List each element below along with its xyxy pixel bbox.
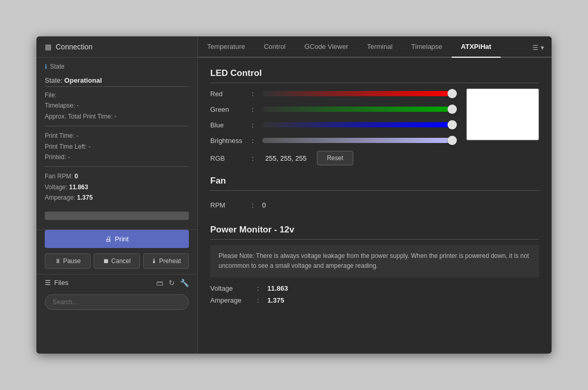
blue-slider-wrapper: [262, 120, 456, 130]
green-slider-track[interactable]: [262, 107, 456, 112]
power-amperage-label: Amperage: [210, 296, 252, 304]
blue-slider-thumb[interactable]: [448, 120, 457, 129]
power-amperage-row: Amperage : 1.375: [210, 296, 539, 304]
voltage-row: Voltage: 11.863: [45, 182, 189, 192]
tabs-bar: Temperature Control GCode Viewer Termina…: [198, 36, 552, 58]
progress-bar-container: [45, 212, 189, 220]
power-voltage-label: Voltage: [210, 284, 252, 292]
brightness-slider-thumb[interactable]: [448, 136, 457, 145]
blue-slider-track[interactable]: [262, 122, 456, 127]
power-section: Power Monitor - 12v Please Note: There i…: [210, 225, 539, 304]
approx-print-row: Approx. Total Print Time: -: [45, 111, 189, 122]
red-slider-wrapper: [262, 88, 456, 99]
rgb-value: 255, 255, 255: [265, 154, 307, 162]
led-brightness-row: Brightness :: [210, 135, 456, 146]
print-button[interactable]: 🖨 Print: [45, 230, 189, 248]
amperage-row: Amperage: 1.375: [45, 192, 189, 203]
tab-temperature[interactable]: Temperature: [198, 36, 254, 57]
led-control-title: LED Control: [210, 68, 539, 83]
files-label: ☰ Files: [45, 279, 68, 287]
state-operational: State: Operational: [45, 73, 189, 87]
print-time-left-row: Print Time Left: -: [45, 141, 189, 152]
led-blue-row: Blue :: [210, 120, 456, 130]
wrench-icon[interactable]: 🔧: [180, 279, 189, 287]
brightness-label: Brightness: [210, 137, 247, 145]
fan-rpm-row: RPM : 0: [210, 196, 539, 214]
led-red-row: Red :: [210, 88, 456, 99]
green-label: Green: [210, 106, 247, 113]
reset-button[interactable]: Reset: [317, 151, 353, 165]
color-preview: [466, 88, 539, 140]
brightness-slider-track[interactable]: [262, 138, 456, 143]
list-icon: ☰: [45, 279, 51, 287]
tab-control[interactable]: Control: [254, 36, 295, 57]
hardware-stats: Fan RPM: 0 Voltage: 11.863 Amperage: 1.3…: [45, 171, 189, 207]
content-area: LED Control Red : Gr: [198, 58, 552, 354]
led-green-row: Green :: [210, 104, 456, 114]
info-icon: ℹ: [45, 63, 47, 70]
power-monitor-title: Power Monitor - 12v: [210, 225, 539, 240]
fan-rpm-value: 0: [262, 201, 266, 209]
stop-icon: ⏹: [103, 257, 109, 265]
power-voltage-value: 11.863: [267, 284, 288, 292]
app-container: ▩ Connection ℹ State State: Operational …: [36, 36, 552, 354]
tab-gcode-viewer[interactable]: GCode Viewer: [295, 36, 357, 57]
upload-icon[interactable]: 🗃: [156, 279, 163, 287]
menu-icon: ☰: [532, 44, 539, 51]
brightness-slider-wrapper: [262, 135, 456, 146]
power-voltage-row: Voltage : 11.863: [210, 284, 539, 292]
green-slider-thumb[interactable]: [448, 105, 457, 114]
tab-timelapse[interactable]: Timelapse: [402, 36, 451, 57]
red-slider-track[interactable]: [262, 91, 456, 96]
preheat-button[interactable]: 🌡 Preheat: [143, 253, 189, 269]
led-controls: Red : Green :: [210, 88, 456, 165]
action-buttons: ⏸ Pause ⏹ Cancel 🌡 Preheat: [36, 253, 197, 274]
rgb-label: RGB: [210, 154, 247, 162]
refresh-icon[interactable]: ↻: [169, 279, 175, 287]
file-info: File: Timelapse: - Approx. Total Print T…: [45, 90, 189, 126]
tab-menu[interactable]: ☰ ▾: [525, 38, 552, 57]
pause-button[interactable]: ⏸ Pause: [45, 253, 91, 269]
blue-label: Blue: [210, 121, 247, 129]
files-actions: 🗃 ↻ 🔧: [156, 279, 189, 287]
rgb-row: RGB : 255, 255, 255 Reset: [210, 151, 456, 165]
state-section: ℹ State State: Operational File: Timelap…: [36, 58, 197, 230]
power-note: Please Note: There is always voltage lea…: [210, 245, 539, 277]
fan-rpm-label: RPM: [210, 201, 247, 209]
file-row: File:: [45, 90, 189, 100]
connection-label: Connection: [56, 43, 93, 51]
tab-terminal[interactable]: Terminal: [357, 36, 402, 57]
fan-rpm-row: Fan RPM: 0: [45, 171, 189, 181]
chevron-down-icon: ▾: [541, 44, 544, 51]
green-slider-wrapper: [262, 104, 456, 114]
tab-atxpihat[interactable]: ATXPiHat: [452, 36, 501, 58]
files-section: ☰ Files 🗃 ↻ 🔧: [36, 274, 197, 291]
led-grid: Red : Green :: [210, 88, 539, 165]
cancel-button[interactable]: ⏹ Cancel: [94, 253, 139, 269]
fan-section: Fan RPM : 0: [210, 176, 539, 214]
connection-header: ▩ Connection: [36, 36, 197, 58]
printer-icon: 🖨: [105, 235, 112, 243]
red-slider-thumb[interactable]: [448, 89, 457, 98]
print-time-row: Print Time: -: [45, 131, 189, 141]
pause-icon: ⏸: [55, 257, 61, 265]
search-input[interactable]: [45, 294, 189, 310]
printed-row: Printed: -: [45, 152, 189, 162]
main-content: Temperature Control GCode Viewer Termina…: [198, 36, 552, 354]
thermometer-icon: 🌡: [151, 257, 157, 265]
print-stats: Print Time: - Print Time Left: - Printed…: [45, 131, 189, 167]
timelapse-row: Timelapse: -: [45, 100, 189, 111]
sidebar: ▩ Connection ℹ State State: Operational …: [36, 36, 198, 354]
fan-title: Fan: [210, 176, 539, 191]
signal-icon: ▩: [45, 43, 52, 51]
state-label: ℹ State: [45, 63, 189, 70]
red-label: Red: [210, 90, 247, 98]
power-amperage-value: 1.375: [267, 296, 285, 304]
